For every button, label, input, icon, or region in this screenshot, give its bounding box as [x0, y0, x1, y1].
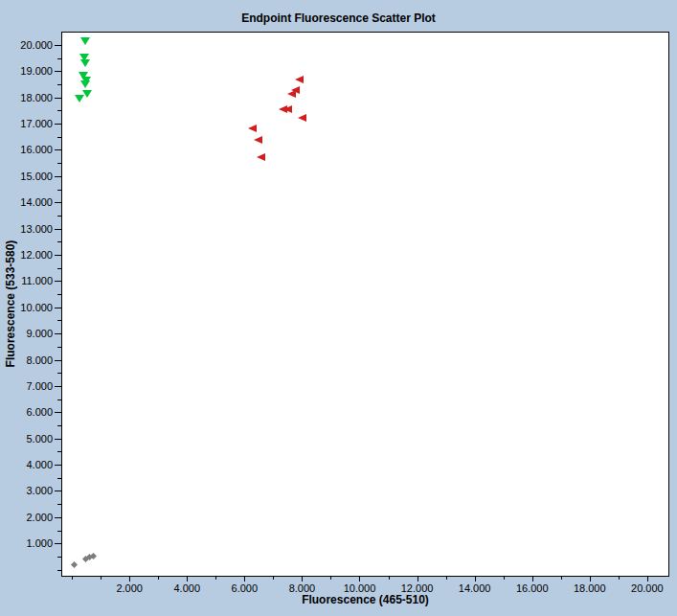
x-tick [244, 577, 245, 582]
y-tick [55, 543, 61, 544]
y-tick-label: 8.000 [6, 354, 53, 367]
y-minor-tick [57, 451, 61, 452]
y-minor-tick [57, 478, 61, 479]
y-minor-tick [57, 58, 61, 59]
y-tick [55, 386, 61, 387]
y-tick [55, 98, 61, 99]
point-red-series [298, 114, 306, 122]
y-tick-label: 20.000 [6, 39, 53, 52]
y-tick [55, 333, 61, 334]
x-minor-tick [446, 577, 447, 580]
y-tick [55, 308, 61, 308]
y-minor-tick [57, 216, 61, 217]
y-tick [55, 281, 61, 282]
y-tick-label: 3.000 [6, 485, 53, 497]
plot-area [61, 32, 669, 577]
y-tick [55, 124, 61, 125]
x-minor-tick [101, 577, 102, 580]
y-tick-label: 5.000 [6, 433, 53, 445]
y-tick-label: 13.000 [6, 223, 53, 236]
x-tick [532, 577, 533, 582]
y-minor-tick [57, 294, 61, 295]
y-tick-label: 10.000 [6, 302, 53, 314]
y-tick [55, 491, 61, 491]
x-minor-tick [72, 577, 73, 580]
y-minor-tick [57, 425, 61, 426]
point-red-series [248, 125, 257, 132]
point-red-series [257, 153, 265, 161]
x-tick [129, 577, 130, 582]
point-green-series [80, 59, 90, 67]
y-tick [55, 176, 61, 177]
x-minor-tick [273, 577, 274, 580]
y-tick-label: 14.000 [6, 196, 53, 209]
point-red-series [283, 105, 292, 113]
y-minor-tick [57, 241, 61, 242]
y-tick [55, 439, 61, 440]
x-minor-tick [330, 577, 331, 580]
y-tick-label: 17.000 [6, 118, 53, 130]
y-minor-tick [57, 373, 61, 374]
y-tick [55, 412, 61, 413]
x-minor-tick [561, 577, 562, 580]
point-green-series [75, 95, 84, 103]
y-tick-label: 15.000 [6, 171, 53, 183]
y-tick-label: 9.000 [6, 328, 53, 340]
y-tick-label: 1.000 [6, 537, 53, 550]
y-tick [55, 45, 61, 46]
x-minor-tick [504, 577, 505, 580]
y-tick-label: 16.000 [6, 144, 53, 156]
point-green-series [80, 80, 90, 88]
y-tick [55, 202, 61, 203]
y-tick [55, 360, 61, 361]
y-minor-tick [57, 268, 61, 269]
y-tick-label: 7.000 [6, 380, 53, 393]
y-tick-label: 12.000 [6, 249, 53, 262]
y-tick-label: 18.000 [6, 92, 53, 104]
point-red-series [254, 136, 262, 144]
point-green-series [80, 37, 90, 45]
x-tick [417, 577, 418, 582]
x-minor-tick [619, 577, 620, 580]
point-red-series [295, 76, 304, 83]
x-tick [475, 577, 476, 582]
y-tick-label: 2.000 [6, 512, 53, 524]
y-tick [55, 149, 61, 150]
y-minor-tick [57, 399, 61, 400]
x-minor-tick [389, 577, 390, 580]
x-tick [302, 577, 303, 582]
y-minor-tick [57, 137, 61, 138]
point-red-series [287, 90, 296, 98]
y-minor-tick [57, 190, 61, 191]
x-tick [187, 577, 188, 582]
y-minor-tick [57, 110, 61, 111]
y-minor-tick [57, 320, 61, 321]
x-minor-tick [215, 577, 216, 580]
x-minor-tick [158, 577, 159, 580]
y-minor-tick [57, 531, 61, 532]
y-tick-label: 6.000 [6, 406, 53, 419]
y-minor-tick [57, 557, 61, 558]
y-minor-tick [57, 163, 61, 164]
x-tick [359, 577, 360, 582]
y-minor-tick [57, 570, 61, 571]
y-tick-label: 11.000 [6, 275, 53, 287]
y-tick-label: 4.000 [6, 459, 53, 471]
x-tick [590, 577, 591, 582]
x-tick [647, 577, 648, 582]
y-tick [55, 517, 61, 518]
y-minor-tick [57, 347, 61, 348]
y-tick [55, 255, 61, 256]
chart-title: Endpoint Fluorescence Scatter Plot [0, 11, 677, 25]
y-minor-tick [57, 504, 61, 505]
y-minor-tick [57, 84, 61, 85]
x-axis-title: Fluorescence (465-510) [61, 593, 669, 606]
y-tick [55, 229, 61, 230]
y-tick-label: 19.000 [6, 65, 53, 78]
y-tick [55, 71, 61, 72]
y-tick [55, 465, 61, 466]
endpoint-scatter-panel: Endpoint Fluorescence Scatter Plot Fluor… [0, 0, 677, 616]
